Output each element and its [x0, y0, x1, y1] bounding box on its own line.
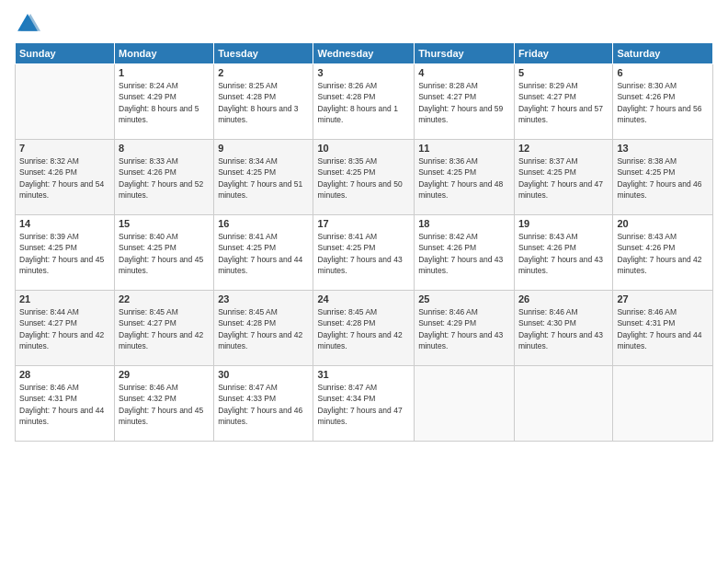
- calendar-day-cell: 4Sunrise: 8:28 AMSunset: 4:27 PMDaylight…: [415, 64, 515, 140]
- calendar-day-cell: 21Sunrise: 8:44 AMSunset: 4:27 PMDayligh…: [16, 291, 115, 366]
- calendar-body: 1Sunrise: 8:24 AMSunset: 4:29 PMDaylight…: [16, 64, 713, 442]
- calendar-day-cell: 12Sunrise: 8:37 AMSunset: 4:25 PMDayligh…: [514, 140, 612, 215]
- day-number: 13: [617, 143, 709, 154]
- day-info: Sunrise: 8:46 AMSunset: 4:32 PMDaylight:…: [119, 382, 210, 427]
- calendar-day-cell: 11Sunrise: 8:36 AMSunset: 4:25 PMDayligh…: [415, 140, 515, 215]
- calendar-day-cell: 31Sunrise: 8:47 AMSunset: 4:34 PMDayligh…: [313, 366, 415, 442]
- day-number: 17: [317, 218, 410, 229]
- day-number: 31: [317, 369, 410, 380]
- day-number: 12: [518, 143, 609, 154]
- day-info: Sunrise: 8:43 AMSunset: 4:26 PMDaylight:…: [617, 231, 709, 276]
- day-number: 25: [418, 293, 510, 304]
- day-info: Sunrise: 8:46 AMSunset: 4:31 PMDaylight:…: [19, 382, 110, 427]
- day-number: 23: [218, 293, 309, 304]
- day-info: Sunrise: 8:43 AMSunset: 4:26 PMDaylight:…: [518, 231, 609, 276]
- day-info: Sunrise: 8:33 AMSunset: 4:26 PMDaylight:…: [119, 155, 210, 201]
- calendar-day-cell: 16Sunrise: 8:41 AMSunset: 4:25 PMDayligh…: [214, 215, 313, 291]
- day-info: Sunrise: 8:47 AMSunset: 4:34 PMDaylight:…: [317, 382, 410, 427]
- logo-icon: [15, 11, 40, 37]
- day-info: Sunrise: 8:36 AMSunset: 4:25 PMDaylight:…: [418, 155, 510, 201]
- calendar: SundayMondayTuesdayWednesdayThursdayFrid…: [15, 42, 713, 442]
- day-info: Sunrise: 8:30 AMSunset: 4:26 PMDaylight:…: [617, 80, 709, 125]
- calendar-day-cell: 28Sunrise: 8:46 AMSunset: 4:31 PMDayligh…: [16, 366, 115, 442]
- day-number: 7: [19, 143, 110, 154]
- day-number: 16: [218, 218, 309, 229]
- calendar-day-cell: 2Sunrise: 8:25 AMSunset: 4:28 PMDaylight…: [214, 64, 313, 140]
- day-number: 30: [218, 369, 309, 380]
- day-number: 21: [19, 293, 110, 304]
- calendar-day-cell: [613, 366, 713, 442]
- calendar-week-row: 28Sunrise: 8:46 AMSunset: 4:31 PMDayligh…: [16, 366, 713, 442]
- day-number: 6: [617, 67, 709, 78]
- calendar-day-cell: 18Sunrise: 8:42 AMSunset: 4:26 PMDayligh…: [415, 215, 515, 291]
- day-number: 28: [19, 369, 110, 380]
- calendar-day-cell: 8Sunrise: 8:33 AMSunset: 4:26 PMDaylight…: [115, 140, 214, 215]
- day-info: Sunrise: 8:45 AMSunset: 4:28 PMDaylight:…: [317, 306, 410, 351]
- calendar-day-cell: 13Sunrise: 8:38 AMSunset: 4:25 PMDayligh…: [613, 140, 713, 215]
- day-info: Sunrise: 8:44 AMSunset: 4:27 PMDaylight:…: [19, 306, 110, 351]
- calendar-day-cell: 7Sunrise: 8:32 AMSunset: 4:26 PMDaylight…: [16, 140, 115, 215]
- day-info: Sunrise: 8:38 AMSunset: 4:25 PMDaylight:…: [617, 155, 709, 201]
- day-info: Sunrise: 8:41 AMSunset: 4:25 PMDaylight:…: [218, 231, 309, 276]
- day-info: Sunrise: 8:47 AMSunset: 4:33 PMDaylight:…: [218, 382, 309, 427]
- day-number: 24: [317, 293, 410, 304]
- calendar-day-cell: 17Sunrise: 8:41 AMSunset: 4:25 PMDayligh…: [313, 215, 415, 291]
- calendar-day-cell: 22Sunrise: 8:45 AMSunset: 4:27 PMDayligh…: [115, 291, 214, 366]
- calendar-day-cell: 29Sunrise: 8:46 AMSunset: 4:32 PMDayligh…: [115, 366, 214, 442]
- day-number: 4: [418, 67, 510, 78]
- calendar-header-cell: Wednesday: [313, 43, 415, 64]
- day-number: 11: [418, 143, 510, 154]
- day-number: 3: [317, 67, 410, 78]
- day-info: Sunrise: 8:26 AMSunset: 4:28 PMDaylight:…: [317, 80, 410, 125]
- logo: [15, 11, 44, 37]
- day-info: Sunrise: 8:39 AMSunset: 4:25 PMDaylight:…: [19, 231, 110, 276]
- day-info: Sunrise: 8:32 AMSunset: 4:26 PMDaylight:…: [19, 155, 110, 201]
- day-info: Sunrise: 8:40 AMSunset: 4:25 PMDaylight:…: [119, 231, 210, 276]
- day-number: 5: [518, 67, 609, 78]
- day-number: 10: [317, 143, 410, 154]
- calendar-day-cell: [415, 366, 515, 442]
- calendar-day-cell: 30Sunrise: 8:47 AMSunset: 4:33 PMDayligh…: [214, 366, 313, 442]
- calendar-day-cell: 5Sunrise: 8:29 AMSunset: 4:27 PMDaylight…: [514, 64, 612, 140]
- calendar-day-cell: 14Sunrise: 8:39 AMSunset: 4:25 PMDayligh…: [16, 215, 115, 291]
- day-info: Sunrise: 8:35 AMSunset: 4:25 PMDaylight:…: [317, 155, 410, 201]
- calendar-day-cell: 10Sunrise: 8:35 AMSunset: 4:25 PMDayligh…: [313, 140, 415, 215]
- calendar-header-cell: Saturday: [613, 43, 713, 64]
- day-number: 15: [119, 218, 210, 229]
- calendar-day-cell: 20Sunrise: 8:43 AMSunset: 4:26 PMDayligh…: [613, 215, 713, 291]
- calendar-day-cell: 23Sunrise: 8:45 AMSunset: 4:28 PMDayligh…: [214, 291, 313, 366]
- day-info: Sunrise: 8:25 AMSunset: 4:28 PMDaylight:…: [218, 80, 309, 125]
- calendar-day-cell: 24Sunrise: 8:45 AMSunset: 4:28 PMDayligh…: [313, 291, 415, 366]
- calendar-day-cell: 9Sunrise: 8:34 AMSunset: 4:25 PMDaylight…: [214, 140, 313, 215]
- day-number: 29: [119, 369, 210, 380]
- calendar-week-row: 14Sunrise: 8:39 AMSunset: 4:25 PMDayligh…: [16, 215, 713, 291]
- calendar-week-row: 1Sunrise: 8:24 AMSunset: 4:29 PMDaylight…: [16, 64, 713, 140]
- calendar-day-cell: [16, 64, 115, 140]
- calendar-day-cell: 25Sunrise: 8:46 AMSunset: 4:29 PMDayligh…: [415, 291, 515, 366]
- day-info: Sunrise: 8:46 AMSunset: 4:31 PMDaylight:…: [617, 306, 709, 351]
- day-number: 20: [617, 218, 709, 229]
- day-number: 19: [518, 218, 609, 229]
- calendar-day-cell: 27Sunrise: 8:46 AMSunset: 4:31 PMDayligh…: [613, 291, 713, 366]
- calendar-header-row: SundayMondayTuesdayWednesdayThursdayFrid…: [16, 43, 713, 64]
- day-number: 22: [119, 293, 210, 304]
- day-info: Sunrise: 8:46 AMSunset: 4:30 PMDaylight:…: [518, 306, 609, 351]
- calendar-day-cell: 1Sunrise: 8:24 AMSunset: 4:29 PMDaylight…: [115, 64, 214, 140]
- day-info: Sunrise: 8:34 AMSunset: 4:25 PMDaylight:…: [218, 155, 309, 201]
- calendar-day-cell: 15Sunrise: 8:40 AMSunset: 4:25 PMDayligh…: [115, 215, 214, 291]
- day-number: 14: [19, 218, 110, 229]
- calendar-header-cell: Monday: [115, 43, 214, 64]
- calendar-day-cell: 19Sunrise: 8:43 AMSunset: 4:26 PMDayligh…: [514, 215, 612, 291]
- day-number: 27: [617, 293, 709, 304]
- day-info: Sunrise: 8:28 AMSunset: 4:27 PMDaylight:…: [418, 80, 510, 125]
- calendar-header-cell: Friday: [514, 43, 612, 64]
- day-number: 26: [518, 293, 609, 304]
- calendar-week-row: 21Sunrise: 8:44 AMSunset: 4:27 PMDayligh…: [16, 291, 713, 366]
- calendar-header-cell: Thursday: [415, 43, 515, 64]
- day-number: 8: [119, 143, 210, 154]
- calendar-day-cell: 3Sunrise: 8:26 AMSunset: 4:28 PMDaylight…: [313, 64, 415, 140]
- day-info: Sunrise: 8:46 AMSunset: 4:29 PMDaylight:…: [418, 306, 510, 351]
- day-info: Sunrise: 8:45 AMSunset: 4:28 PMDaylight:…: [218, 306, 309, 351]
- day-number: 18: [418, 218, 510, 229]
- day-info: Sunrise: 8:37 AMSunset: 4:25 PMDaylight:…: [518, 155, 609, 201]
